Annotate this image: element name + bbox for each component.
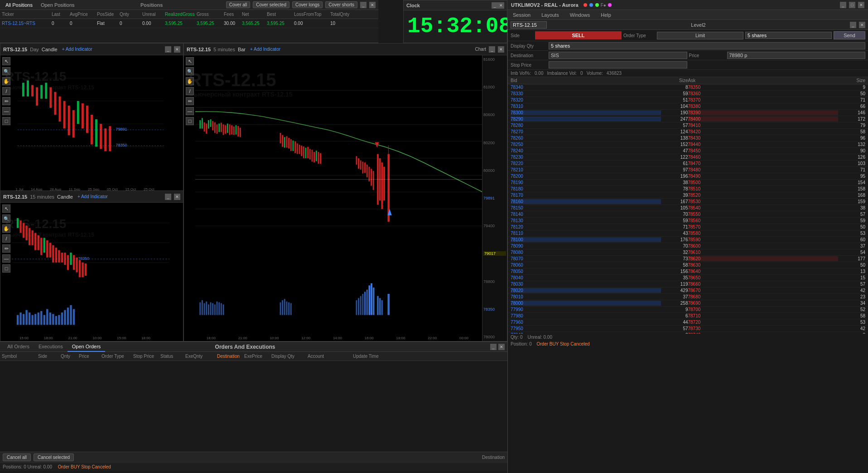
nav-help[interactable]: Help [599,11,613,19]
main-chart-minimize[interactable]: _ [489,46,495,53]
level2-row[interactable]: 78020 429 78670 42 [508,288,868,294]
level2-row[interactable]: 78200 196 78490 95 [508,173,868,180]
sell-button[interactable]: SELL [535,31,622,39]
level2-row[interactable]: 78330 59 78360 50 [508,91,868,97]
cancel-selected-btn[interactable]: Cancel selected [34,453,74,461]
level2-row[interactable]: 78150 105 78540 38 [508,205,868,211]
nav-windows[interactable]: Windows [568,11,592,19]
minimize-clock-btn[interactable]: _ [492,2,498,9]
cover-all-btn[interactable]: Cover all [226,1,250,8]
level2-row[interactable]: 78000 258 78690 34 [508,300,868,307]
level2-row[interactable]: 78280 57 78410 79 [508,122,868,129]
level2-row[interactable]: 78270 124 78420 58 [508,129,868,135]
level2-row[interactable]: 78300 190 78390 146 [508,110,868,116]
nav-session[interactable]: Session [511,11,532,19]
positions-row[interactable]: RTS-12.15~RTS 0 0 Flat 0 0.00 3,595.25 3… [0,19,378,28]
dash-tool[interactable]: — [2,107,10,115]
cancel-all-btn[interactable]: Cancel all [3,453,31,461]
cursor-tool-main[interactable]: ↖ [186,57,194,65]
chart-tl-add-indicator[interactable]: + Add Indicator [60,47,94,52]
order-type-btn[interactable]: Limit [657,32,743,39]
chart-bl-add-indicator[interactable]: + Add Indicator [76,194,110,199]
pencil-tool[interactable]: ✏ [2,97,10,105]
level2-row[interactable]: 78050 156 78640 13 [508,268,868,275]
level2-row[interactable]: 78230 122 78460 126 [508,154,868,161]
magnify-tool-main[interactable]: 🔍 [186,67,194,75]
cursor-tool[interactable]: ↖ [2,57,10,65]
lots-input[interactable] [745,32,832,39]
send-button[interactable]: Send [834,31,865,39]
magnify-tool[interactable]: 🔍 [2,67,10,75]
minimize-orders-btn[interactable]: _ [490,344,497,350]
level2-row[interactable]: 78100 176 78590 60 [508,237,868,243]
level2-row[interactable]: 78010 37 78680 23 [508,294,868,300]
close-positions-btn[interactable]: ✕ [369,2,376,8]
level2-row[interactable]: 78260 138 78430 96 [508,135,868,141]
cover-longs-btn[interactable]: Cover longs [292,1,323,8]
level2-row[interactable]: 77940 2 78740 8 [508,332,868,334]
level2-row[interactable]: 78090 70 78600 37 [508,243,868,249]
close-level2-btn[interactable]: ✕ [859,22,865,28]
level2-row[interactable]: 78340 8 78350 9 [508,84,868,91]
pencil-tool-main[interactable]: ✏ [186,97,194,105]
level2-row[interactable]: 78310 104 78380 66 [508,103,868,110]
level2-row[interactable]: 77950 57 78730 42 [508,326,868,332]
cover-selected-btn[interactable]: Cover selected [253,1,289,8]
all-positions-tab[interactable]: All Positions [3,1,35,9]
chart-bl-minimize[interactable]: _ [165,194,171,200]
level2-row[interactable]: 78290 247 78400 172 [508,116,868,122]
level2-row[interactable]: 78140 70 78550 57 [508,211,868,218]
line-tool[interactable]: / [2,87,10,95]
cover-shorts-btn[interactable]: Cover shorts [325,1,357,8]
minimize-level2-btn[interactable]: _ [850,22,856,28]
chart-bl-close[interactable]: ✕ [174,194,180,200]
level2-row[interactable]: 78220 61 78470 103 [508,161,868,167]
price-input[interactable] [727,52,866,59]
level2-row[interactable]: 78130 59 78560 59 [508,218,868,224]
nav-layouts[interactable]: Layouts [540,11,561,19]
hand-tool[interactable]: ✋ [2,77,10,85]
line-tool-main[interactable]: / [186,87,194,95]
main-chart-close[interactable]: ✕ [498,46,504,53]
level2-row[interactable]: 78210 97 78480 71 [508,167,868,173]
symbol-input[interactable] [511,21,547,29]
magnify-tool-bl[interactable]: 🔍 [2,215,10,223]
level2-row[interactable]: 78040 35 78650 15 [508,275,868,281]
stop-price-input[interactable] [549,61,687,68]
chart-tl-minimize[interactable]: _ [165,46,171,53]
close-clock-btn[interactable]: ✕ [498,2,504,9]
level2-row[interactable]: 78170 39 78520 168 [508,192,868,199]
level2-row[interactable]: 77990 9 78700 52 [508,307,868,313]
level2-row[interactable]: 77980 6 78710 58 [508,313,868,319]
level2-row[interactable]: 77960 44 78720 53 [508,319,868,326]
main-chart-add-indicator[interactable]: + Add Indicator [248,47,282,52]
level2-row[interactable]: 78180 78 78510 158 [508,186,868,192]
chart-tl-close[interactable]: ✕ [174,46,180,53]
destination-input[interactable] [549,52,687,59]
orders-body[interactable] [0,361,507,452]
rect-tool-main[interactable]: □ [186,117,194,125]
level2-row[interactable]: 78240 47 78450 90 [508,148,868,154]
cursor-tool-bl[interactable]: ↖ [2,205,10,213]
close-orders-btn[interactable]: ✕ [498,344,505,350]
hand-tool-main[interactable]: ✋ [186,77,194,85]
level2-row[interactable]: 78110 43 78580 53 [508,230,868,237]
tab-all-orders[interactable]: All Orders [3,342,34,352]
close-aurora-btn[interactable]: ✕ [858,2,864,8]
tab-executions[interactable]: Executions [34,342,68,352]
pencil-tool-bl[interactable]: ✏ [2,244,10,253]
level2-scrollable[interactable]: 78340 8 78350 9 78330 59 78360 50 78320 … [508,84,868,334]
maximize-aurora-btn[interactable]: □ [849,2,855,8]
level2-row[interactable]: 78080 32 78610 54 [508,249,868,256]
display-qty-input[interactable] [549,42,865,49]
line-tool-bl[interactable]: / [2,234,10,243]
dash-tool-main[interactable]: — [186,107,194,115]
rect-tool-bl[interactable]: □ [2,264,10,273]
minimize-aurora-btn[interactable]: _ [840,2,846,8]
level2-row[interactable]: 78120 71 78570 50 [508,224,868,230]
level2-row[interactable]: 78320 51 78370 71 [508,97,868,103]
level2-row[interactable]: 78030 119 78660 57 [508,281,868,288]
rect-tool[interactable]: □ [2,117,10,125]
level2-row[interactable]: 78160 167 78530 159 [508,199,868,205]
minimize-positions-btn[interactable]: _ [360,2,366,8]
